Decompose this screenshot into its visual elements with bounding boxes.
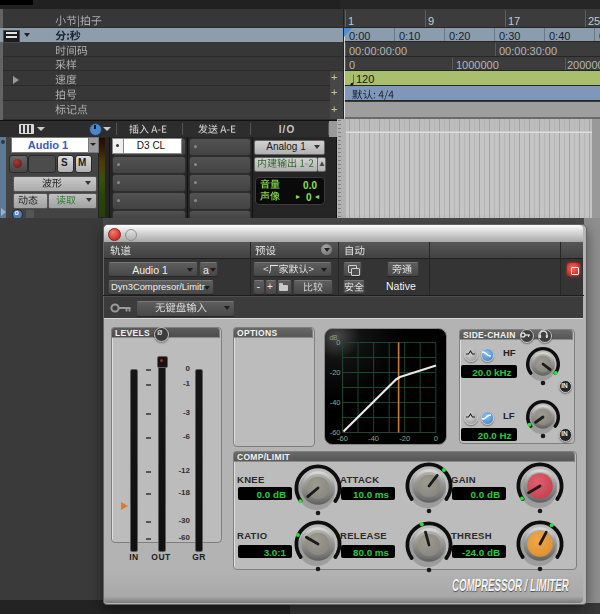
- svg-text:-20: -20: [330, 368, 341, 377]
- svg-text:-40: -40: [368, 434, 379, 443]
- svg-text:-40: -40: [330, 398, 341, 407]
- svg-text:-60: -60: [337, 434, 348, 443]
- svg-text:0: 0: [434, 434, 438, 443]
- svg-text:0: 0: [336, 338, 340, 347]
- svg-text:-20: -20: [399, 434, 410, 443]
